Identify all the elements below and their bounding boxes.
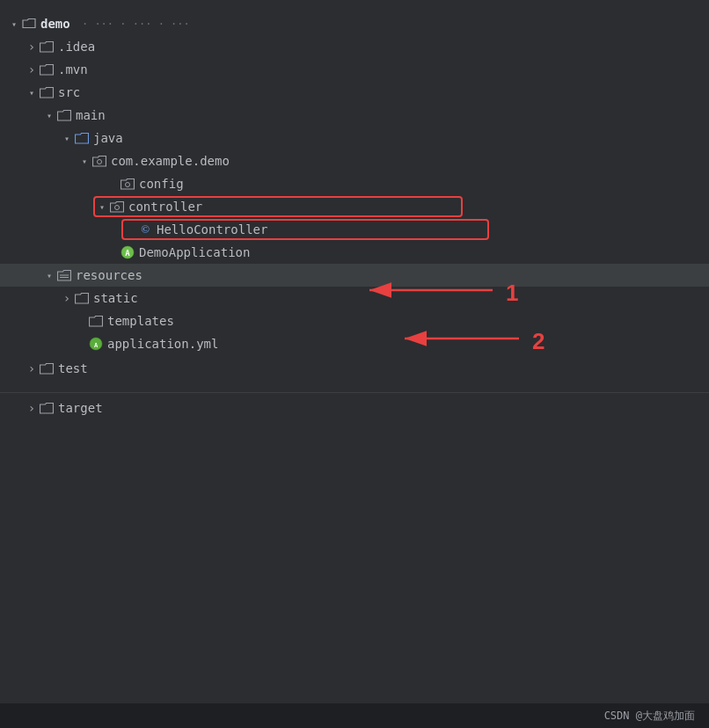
class-icon-hello-controller: © [137, 222, 153, 237]
test-label: test [58, 361, 88, 375]
hello-controller-label: HelloController [157, 222, 267, 237]
chevron-com-example-demo [77, 154, 91, 168]
chevron-demo-app-spacer [106, 245, 120, 259]
resources-label: resources [76, 268, 143, 282]
mvn-label: .mvn [58, 62, 88, 76]
hello-controller-row-wrapper: © HelloController [0, 218, 709, 241]
demo-label: demo [40, 17, 70, 31]
chevron-templates-spacer [74, 314, 88, 328]
svg-point-2 [115, 206, 120, 210]
controller-label: controller [128, 200, 202, 214]
com-example-demo-label: com.example.demo [111, 154, 230, 168]
chevron-yml-spacer [74, 337, 88, 351]
folder-icon-src [39, 84, 55, 100]
templates-label: templates [107, 314, 174, 328]
divider [0, 392, 709, 393]
chevron-static [60, 291, 74, 305]
application-yml-label: application.yml [107, 337, 218, 351]
config-label: config [139, 177, 184, 191]
folder-icon-demo [21, 16, 37, 32]
tree-item-application-yml[interactable]: A application.yml [0, 332, 709, 355]
tree-item-controller[interactable]: controller [0, 195, 709, 218]
chevron-demo [7, 17, 21, 31]
java-label: java [93, 131, 123, 145]
folder-icon-resources [56, 267, 72, 283]
tree-item-config[interactable]: config [0, 172, 709, 195]
tree-item-demo-application[interactable]: A DemoApplication [0, 241, 709, 264]
controller-row-wrapper: controller [0, 195, 709, 218]
tree-item-idea[interactable]: .idea [0, 35, 709, 58]
tree-item-demo[interactable]: demo · ··· · ··· · ··· [0, 12, 709, 35]
folder-icon-idea [39, 39, 55, 55]
tree-item-target[interactable]: target [0, 397, 709, 419]
folder-icon-templates [88, 313, 104, 329]
demo-application-label: DemoApplication [139, 245, 250, 259]
chevron-idea [25, 40, 39, 54]
tree-item-java[interactable]: java [0, 127, 709, 149]
demo-extra: · ··· · ··· · ··· [76, 18, 190, 30]
chevron-config-spacer [106, 177, 120, 191]
folder-icon-mvn [39, 62, 55, 77]
tree-item-src[interactable]: src [0, 81, 709, 104]
folder-icon-static [74, 290, 90, 306]
tree-item-static[interactable]: static [0, 287, 709, 309]
yml-icon-application: A [88, 336, 104, 352]
static-label: static [93, 291, 138, 305]
folder-icon-com-example-demo [91, 153, 107, 169]
chevron-target [25, 401, 39, 415]
bottom-bar: CSDN @大盘鸡加面 [0, 703, 709, 728]
folder-icon-java [74, 130, 90, 146]
folder-icon-target [39, 400, 55, 416]
svg-point-1 [126, 183, 130, 187]
chevron-java [60, 131, 74, 145]
tree-item-templates[interactable]: templates [0, 309, 709, 332]
folder-icon-test [39, 360, 55, 376]
tree-item-hello-controller[interactable]: © HelloController [0, 218, 709, 241]
folder-icon-config [120, 176, 135, 192]
main-label: main [76, 108, 106, 122]
springboot-icon-demo-application: A [120, 244, 135, 260]
bottom-bar-text: CSDN @大盘鸡加面 [604, 709, 695, 724]
tree-item-test[interactable]: test [0, 357, 709, 380]
tree-item-mvn[interactable]: .mvn [0, 58, 709, 81]
chevron-test [25, 361, 39, 375]
tree-item-resources[interactable]: resources [0, 264, 709, 287]
chevron-src [25, 85, 39, 99]
chevron-mvn [25, 62, 39, 76]
chevron-hello-spacer [123, 222, 137, 237]
src-label: src [58, 85, 80, 99]
svg-point-0 [98, 160, 102, 164]
folder-icon-controller [109, 199, 125, 215]
chevron-controller [95, 200, 109, 214]
idea-label: .idea [58, 40, 95, 54]
tree-item-main[interactable]: main [0, 104, 709, 127]
chevron-resources [42, 268, 56, 282]
svg-text:A: A [125, 249, 130, 258]
chevron-main [42, 108, 56, 122]
tree-item-com-example-demo[interactable]: com.example.demo [0, 149, 709, 172]
target-label: target [58, 401, 103, 415]
folder-icon-main [56, 107, 72, 123]
